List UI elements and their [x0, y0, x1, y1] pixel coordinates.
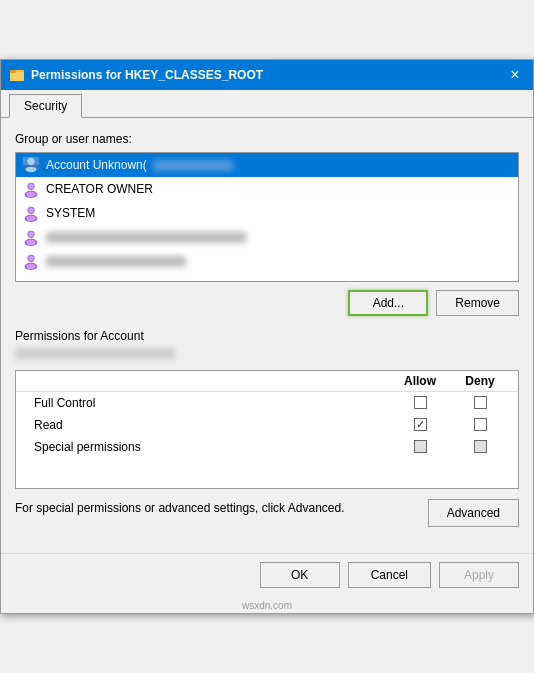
table-row: Special permissions — [16, 436, 518, 458]
user-list[interactable]: Account Unknown( CREATOR OWNER — [15, 152, 519, 282]
list-item[interactable]: CREATOR OWNER — [16, 177, 518, 201]
user-icon — [22, 204, 40, 222]
user-icon — [22, 228, 40, 246]
perm-header: Allow Deny — [16, 371, 518, 392]
list-item[interactable] — [16, 225, 518, 249]
svg-rect-2 — [10, 70, 16, 73]
svg-point-21 — [28, 256, 33, 261]
list-item[interactable]: Account Unknown( — [16, 153, 518, 177]
table-row: Full Control — [16, 392, 518, 414]
main-window: Permissions for HKEY_CLASSES_ROOT × Secu… — [0, 59, 534, 614]
allow-header: Allow — [390, 374, 450, 388]
user-name: CREATOR OWNER — [46, 182, 153, 196]
remove-button[interactable]: Remove — [436, 290, 519, 316]
svg-point-14 — [27, 216, 36, 221]
close-button[interactable]: × — [505, 65, 525, 85]
allow-checkbox-fullcontrol[interactable] — [414, 396, 427, 409]
table-row: Read — [16, 414, 518, 436]
svg-point-5 — [27, 158, 34, 165]
apply-button[interactable]: Apply — [439, 562, 519, 588]
user-name: Account Unknown( — [46, 158, 147, 172]
list-item[interactable]: SYSTEM — [16, 201, 518, 225]
permissions-label-prefix: Permissions for Account — [15, 329, 144, 343]
permissions-table: Allow Deny Full Control Read — [15, 370, 519, 489]
watermark: wsxdn.com — [1, 600, 533, 613]
perm-name: Read — [24, 418, 390, 432]
deny-checkbox-fullcontrol[interactable] — [474, 396, 487, 409]
svg-point-13 — [28, 208, 33, 213]
title-bar: Permissions for HKEY_CLASSES_ROOT × — [1, 60, 533, 90]
svg-point-18 — [27, 240, 36, 245]
advanced-button[interactable]: Advanced — [428, 499, 519, 527]
deny-header: Deny — [450, 374, 510, 388]
add-remove-row: Add... Remove — [15, 290, 519, 316]
user-icon — [22, 156, 40, 174]
perm-empty — [16, 458, 518, 488]
window-icon — [9, 67, 25, 83]
permissions-label-blurred — [15, 348, 175, 359]
user-icon — [22, 180, 40, 198]
svg-point-6 — [26, 167, 37, 172]
advanced-section: For special permissions or advanced sett… — [15, 499, 519, 527]
deny-checkbox-special[interactable] — [474, 440, 487, 453]
allow-checkbox-read[interactable] — [414, 418, 427, 431]
user-icon — [22, 252, 40, 270]
group-label: Group or user names: — [15, 132, 519, 146]
tab-bar: Security — [1, 90, 533, 118]
svg-rect-1 — [10, 72, 24, 81]
svg-point-17 — [28, 232, 33, 237]
svg-point-22 — [27, 264, 36, 269]
main-content: Group or user names: Account Unknown( — [1, 118, 533, 553]
perm-name: Full Control — [24, 396, 390, 410]
ok-button[interactable]: OK — [260, 562, 340, 588]
tab-security[interactable]: Security — [9, 94, 82, 118]
title-bar-left: Permissions for HKEY_CLASSES_ROOT — [9, 67, 263, 83]
allow-checkbox-special[interactable] — [414, 440, 427, 453]
list-item[interactable] — [16, 249, 518, 273]
svg-point-9 — [28, 184, 33, 189]
advanced-text: For special permissions or advanced sett… — [15, 499, 416, 517]
deny-checkbox-read[interactable] — [474, 418, 487, 431]
bottom-buttons: OK Cancel Apply — [1, 553, 533, 600]
add-button[interactable]: Add... — [348, 290, 428, 316]
permissions-label: Permissions for Account — [15, 328, 519, 362]
perm-name: Special permissions — [24, 440, 390, 454]
window-title: Permissions for HKEY_CLASSES_ROOT — [31, 68, 263, 82]
cancel-button[interactable]: Cancel — [348, 562, 431, 588]
user-name: SYSTEM — [46, 206, 95, 220]
svg-point-10 — [27, 192, 36, 197]
